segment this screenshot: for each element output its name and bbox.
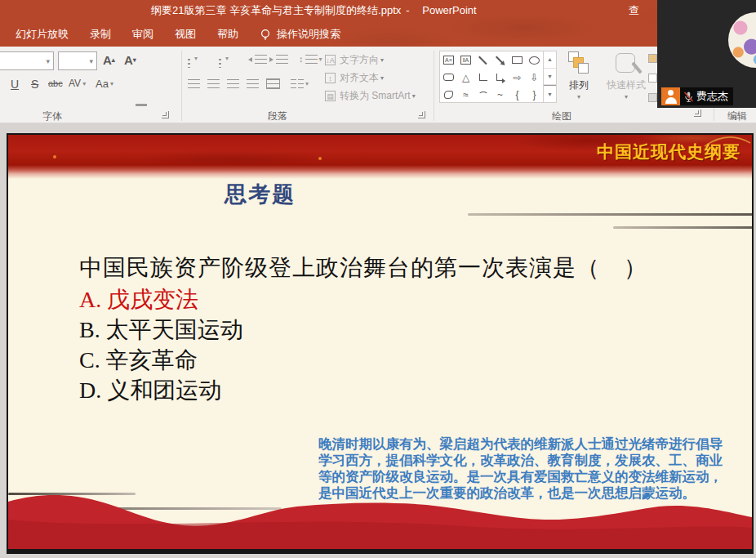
option-b: B. 太平天国运动: [79, 315, 243, 346]
shape-outline-icon[interactable]: [648, 74, 657, 83]
workspace-margin: [0, 133, 7, 558]
align-right-button[interactable]: [227, 79, 239, 88]
columns-icon: [298, 79, 304, 88]
shape-freeform[interactable]: [440, 86, 457, 103]
shape-elbow-arrow-connector[interactable]: [491, 69, 509, 86]
slide-canvas[interactable]: 中国近现代史纲要 思考题 中国民族资产阶级登上政治舞台的第一次表演是（ ） A.…: [7, 133, 754, 554]
tell-me-label: 操作说明搜索: [277, 21, 340, 47]
shape-right-arrow[interactable]: ⇨: [509, 69, 526, 86]
shape-left-brace[interactable]: {: [509, 86, 526, 103]
participant-nameplate: 费志杰: [661, 87, 733, 105]
shrink-font-button[interactable]: A▾: [124, 53, 136, 67]
chevron-down-icon: ▾: [89, 57, 96, 65]
shape-right-brace[interactable]: }: [526, 86, 543, 103]
convert-smartart-button[interactable]: ▤转换为 SmartArt▾: [325, 89, 416, 103]
down-arrow-icon: ▾: [133, 56, 136, 64]
chevron-down-icon: ▾: [319, 56, 322, 63]
arrange-label: 排列: [569, 78, 589, 92]
align-text-button[interactable]: ↕对齐文本▾: [325, 71, 384, 85]
video-call-overlay[interactable]: 费志杰: [657, 0, 756, 108]
shape-vertical-text-box[interactable]: ‖A: [457, 51, 474, 69]
shape-triangle[interactable]: △: [457, 69, 474, 86]
chevron-down-icon: ▾: [412, 92, 416, 100]
account-text: 查: [629, 3, 639, 18]
quick-styles-button[interactable]: 快速样式 ▾: [603, 49, 650, 108]
up-arrow-icon: ▴: [112, 56, 115, 64]
drawing-dialog-launcher[interactable]: [694, 109, 701, 117]
strikethrough-button[interactable]: abc: [48, 78, 63, 88]
person-icon: [661, 87, 680, 105]
shape-down-arrow[interactable]: ⇩: [526, 69, 543, 86]
shape-arrow-line[interactable]: [491, 51, 509, 69]
group-divider: [181, 51, 182, 121]
shape-rounded-rectangle[interactable]: [440, 69, 457, 86]
arrange-icon: [568, 51, 589, 76]
shape-scribble[interactable]: ≈: [457, 86, 474, 103]
underline-label: U: [11, 78, 19, 91]
paragraph-dialog-launcher[interactable]: [418, 111, 425, 118]
tab-record[interactable]: 录制: [79, 21, 122, 47]
shape-effects-icon[interactable]: [648, 93, 657, 102]
numbering-button[interactable]: ▾: [219, 55, 229, 62]
font-dialog-launcher[interactable]: [162, 111, 169, 118]
character-spacing-label: AV: [69, 78, 81, 89]
decorative-dot: [53, 155, 56, 158]
align-text-label: 对齐文本: [340, 71, 379, 85]
shape-text-box[interactable]: A≡: [440, 51, 457, 69]
grow-font-button[interactable]: A▴: [103, 53, 115, 67]
arrange-button[interactable]: 排列 ▾: [560, 49, 598, 108]
tab-slideshow[interactable]: 幻灯片放映: [5, 21, 79, 47]
workspace-margin: [0, 123, 756, 133]
shape-arc[interactable]: [474, 86, 491, 103]
shape-oval[interactable]: [526, 51, 543, 69]
line-spacing-button[interactable]: ↕▾: [299, 54, 322, 64]
justify-icon: [247, 79, 259, 88]
distribute-text-button[interactable]: [266, 78, 280, 89]
shape-line[interactable]: [474, 51, 491, 69]
columns-button[interactable]: ▾: [291, 79, 309, 88]
workspace-margin: [0, 554, 756, 558]
drawing-group-label: 绘图: [552, 109, 571, 123]
underline-button[interactable]: U: [11, 78, 19, 91]
increase-indent-button[interactable]: [276, 55, 288, 64]
shrink-font-label: A: [124, 53, 133, 67]
document-title: 纲要21版第三章 辛亥革命与君主专制制度的终结.pptx: [151, 4, 401, 16]
tab-review[interactable]: 审阅: [122, 21, 164, 47]
text-direction-button[interactable]: ↓A文字方向▾: [325, 53, 384, 67]
columns-icon: [291, 79, 296, 88]
chevron-down-icon: ▾: [82, 80, 86, 87]
font-name-combobox[interactable]: ▾: [0, 51, 54, 70]
chevron-down-icon: ▾: [225, 55, 229, 62]
gallery-more-button[interactable]: ▼: [544, 85, 556, 102]
shape-curve[interactable]: ~: [491, 86, 509, 103]
character-spacing-button[interactable]: AV▾: [69, 78, 86, 89]
align-left-button[interactable]: [188, 79, 200, 88]
change-case-button[interactable]: Aa▾: [96, 78, 113, 90]
strikethrough-label: abc: [48, 78, 63, 88]
slide-header-fade: [8, 165, 752, 179]
editing-group-label: 编辑: [727, 109, 747, 123]
decorative-dot: [318, 157, 322, 160]
shape-rectangle[interactable]: [509, 51, 526, 69]
align-text-icon: ↕: [325, 73, 336, 83]
gallery-scrollbar: ▲ ▼ ▼: [543, 51, 556, 102]
tab-view[interactable]: 视图: [164, 21, 207, 47]
decor-line: [613, 226, 754, 229]
shadow-button[interactable]: S: [31, 78, 38, 91]
justify-button[interactable]: [247, 79, 259, 88]
tab-tell-me[interactable]: 操作说明搜索: [249, 21, 351, 47]
gallery-scroll-up[interactable]: ▲: [544, 51, 556, 69]
paragraph-group-label: 段落: [268, 109, 287, 123]
shape-fill-icon[interactable]: [648, 54, 657, 63]
bullets-button[interactable]: ▾: [188, 55, 198, 62]
font-group-label: 字体: [42, 109, 62, 123]
shape-elbow-connector[interactable]: [474, 69, 491, 86]
tab-help[interactable]: 帮助: [207, 21, 249, 47]
chevron-down-icon: ▾: [110, 80, 113, 87]
align-center-button[interactable]: [207, 79, 220, 88]
decrease-indent-button[interactable]: [255, 55, 267, 64]
explanation-line: 晚清时期以康有为、梁启超为代表的维新派人士通过光绪帝进行倡导: [318, 435, 723, 452]
font-size-combobox[interactable]: ▾: [58, 51, 97, 70]
chevron-down-icon: ▾: [577, 93, 580, 100]
gallery-scroll-down[interactable]: ▼: [544, 69, 556, 86]
